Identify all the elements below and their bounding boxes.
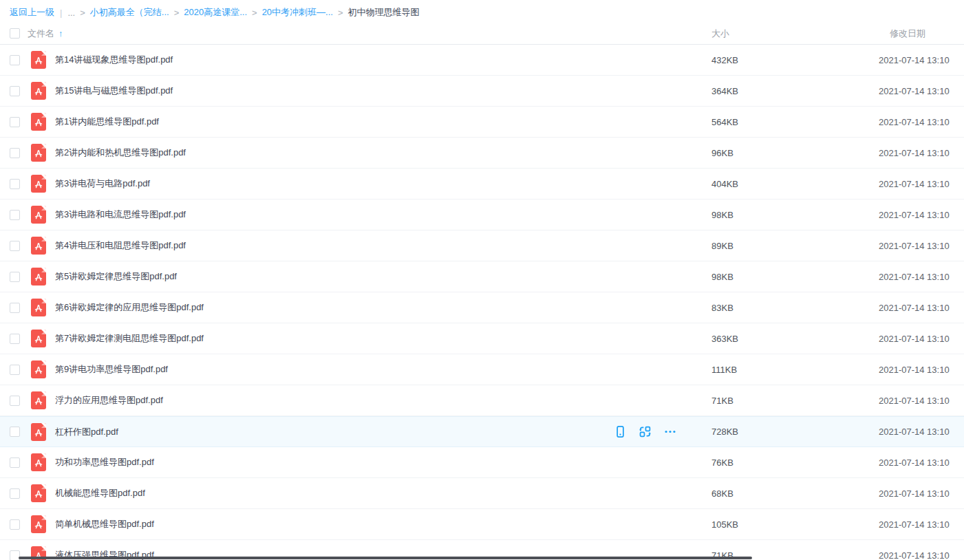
row-checkbox[interactable] [10,55,20,65]
breadcrumb-current-folder: 初中物理思维导图 [348,6,420,19]
breadcrumb-item[interactable]: 小初高最全（完结... [90,6,169,19]
table-row[interactable]: 第1讲内能思维导图pdf.pdf 564KB 2021-07-14 13:10 [0,107,964,138]
row-checkbox[interactable] [10,365,20,375]
file-name[interactable]: 第4讲电压和电阻思维导图pdf.pdf [55,239,186,252]
file-name[interactable]: 浮力的应用思维导图pdf.pdf [55,394,163,407]
file-modified: 2021-07-14 13:10 [879,55,964,65]
file-name[interactable]: 第3讲电荷与电路pdf.pdf [55,177,150,190]
table-row[interactable]: 简单机械思维导图pdf.pdf 105KB 2021-07-14 13:10 [0,509,964,540]
horizontal-scrollbar[interactable] [19,557,752,559]
column-header-modified[interactable]: 修改日期 [879,28,964,40]
name-cell: 第4讲电压和电阻思维导图pdf.pdf [46,239,696,252]
file-name[interactable]: 第5讲欧姆定律思维导图pdf.pdf [55,270,177,283]
column-header-size[interactable]: 大小 [696,28,879,40]
row-checkbox[interactable] [10,86,20,96]
row-checkbox[interactable] [10,457,20,468]
name-cell: 第3讲电荷与电路pdf.pdf [46,177,696,190]
row-checkbox[interactable] [10,427,20,437]
file-name[interactable]: 第15讲电与磁思维导图pdf.pdf [55,85,173,97]
name-cell: 第15讲电与磁思维导图pdf.pdf [46,85,696,97]
name-cell: 浮力的应用思维导图pdf.pdf [46,394,696,407]
table-row[interactable]: 第3讲电荷与电路pdf.pdf 404KB 2021-07-14 13:10 [0,169,964,200]
table-row[interactable]: 第3讲电路和电流思维导图pdf.pdf 98KB 2021-07-14 13:1… [0,200,964,230]
table-row[interactable]: 第9讲电功率思维导图pdf.pdf 111KB 2021-07-14 13:10 [0,354,964,385]
file-modified: 2021-07-14 13:10 [879,550,964,560]
pdf-file-icon [31,175,46,193]
file-name[interactable]: 第6讲欧姆定律的应用思维导图pdf.pdf [55,301,204,314]
file-size: 89KB [696,241,879,251]
file-name[interactable]: 简单机械思维导图pdf.pdf [55,518,154,530]
row-actions [614,425,677,439]
table-row[interactable]: 第4讲电压和电阻思维导图pdf.pdf 89KB 2021-07-14 13:1… [0,230,964,261]
table-row[interactable]: 第5讲欧姆定律思维导图pdf.pdf 98KB 2021-07-14 13:10 [0,261,964,292]
name-cell: 第2讲内能和热机思维导图pdf.pdf [46,147,696,159]
file-name[interactable]: 第9讲电功率思维导图pdf.pdf [55,363,168,376]
row-checkbox[interactable] [10,303,20,313]
file-size: 76KB [696,457,879,468]
file-name[interactable]: 第1讲内能思维导图pdf.pdf [55,116,159,128]
file-modified: 2021-07-14 13:10 [879,272,964,282]
file-modified: 2021-07-14 13:10 [879,488,964,499]
file-name[interactable]: 第3讲电路和电流思维导图pdf.pdf [55,208,186,221]
table-row[interactable]: 第14讲磁现象思维导图pdf.pdf 432KB 2021-07-14 13:1… [0,45,964,76]
name-cell: 第1讲内能思维导图pdf.pdf [46,116,696,128]
file-modified: 2021-07-14 13:10 [879,117,964,127]
table-row[interactable]: 第6讲欧姆定律的应用思维导图pdf.pdf 83KB 2021-07-14 13… [0,292,964,323]
row-checkbox[interactable] [10,519,20,530]
breadcrumb-divider: | [60,8,62,18]
name-cell: 第9讲电功率思维导图pdf.pdf [46,363,696,376]
file-size: 98KB [696,210,879,220]
file-name[interactable]: 机械能思维导图pdf.pdf [55,487,145,499]
file-modified: 2021-07-14 13:10 [879,457,964,468]
file-size: 728KB [696,427,879,437]
row-checkbox[interactable] [10,241,20,251]
pdf-file-icon [31,268,46,286]
file-size: 68KB [696,488,879,499]
row-checkbox[interactable] [10,334,20,344]
row-checkbox[interactable] [10,396,20,406]
table-row[interactable]: 第2讲内能和热机思维导图pdf.pdf 96KB 2021-07-14 13:1… [0,138,964,169]
back-to-parent-link[interactable]: 返回上一级 [10,6,54,19]
file-name[interactable]: 功和功率思维导图pdf.pdf [55,456,154,469]
preview-on-device-button[interactable] [614,425,627,439]
transfer-icon [639,425,652,438]
file-modified: 2021-07-14 13:10 [879,241,964,251]
select-all-checkbox[interactable] [10,28,20,39]
file-size: 83KB [696,303,879,313]
pdf-file-icon [31,391,46,409]
pdf-file-icon [31,484,46,502]
file-name[interactable]: 第2讲内能和热机思维导图pdf.pdf [55,147,186,159]
file-name[interactable]: 第7讲欧姆定律测电阻思维导图pdf.pdf [55,332,204,345]
pdf-file-icon [31,360,46,378]
file-size: 432KB [696,55,879,65]
file-name[interactable]: 第14讲磁现象思维导图pdf.pdf [55,54,173,66]
file-modified: 2021-07-14 13:10 [879,519,964,530]
file-modified: 2021-07-14 13:10 [879,86,964,96]
breadcrumb-item[interactable]: 2020高途课堂... [184,6,247,19]
column-header-filename[interactable]: 文件名 [28,28,54,40]
row-checkbox[interactable] [10,148,20,158]
file-modified: 2021-07-14 13:10 [879,365,964,375]
table-row[interactable]: 机械能思维导图pdf.pdf 68KB 2021-07-14 13:10 [0,478,964,509]
breadcrumb-items: ...>小初高最全（完结...>2020高途课堂...>20中考冲刺班—...>… [67,6,419,19]
file-name[interactable]: 杠杆作图pdf.pdf [55,426,118,438]
row-checkbox[interactable] [10,272,20,282]
row-checkbox[interactable] [10,488,20,499]
table-row[interactable]: 功和功率思维导图pdf.pdf 76KB 2021-07-14 13:10 [0,447,964,478]
table-row[interactable]: 第15讲电与磁思维导图pdf.pdf 364KB 2021-07-14 13:1… [0,76,964,107]
more-actions-button[interactable] [663,425,677,439]
breadcrumb-separator: > [252,8,257,18]
row-checkbox[interactable] [10,210,20,220]
breadcrumb-separator: > [338,8,343,18]
table-row[interactable]: 杠杆作图pdf.pdf [0,416,964,447]
save-transfer-button[interactable] [639,425,652,439]
table-row[interactable]: 浮力的应用思维导图pdf.pdf 71KB 2021-07-14 13:10 [0,385,964,416]
sort-ascending-icon[interactable]: ↑ [58,28,63,39]
pdf-file-icon [31,330,46,347]
table-row[interactable]: 第7讲欧姆定律测电阻思维导图pdf.pdf 363KB 2021-07-14 1… [0,323,964,354]
file-size: 96KB [696,148,879,158]
row-checkbox[interactable] [10,117,20,127]
breadcrumb-item[interactable]: 20中考冲刺班—... [262,6,333,19]
breadcrumb: 返回上一级 | ...>小初高最全（完结...>2020高途课堂...>20中考… [0,0,964,23]
row-checkbox[interactable] [10,179,20,189]
